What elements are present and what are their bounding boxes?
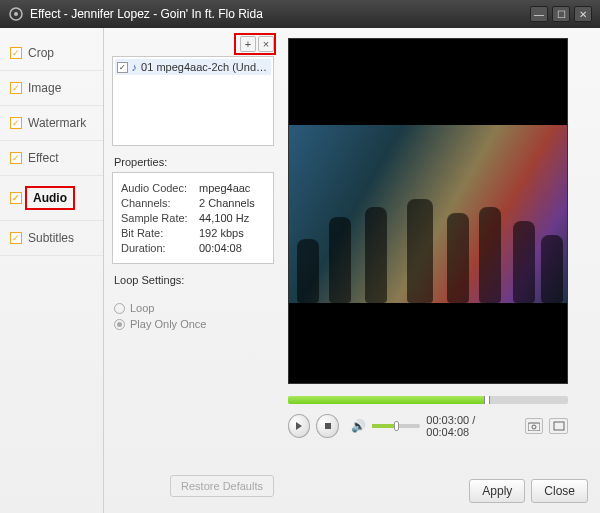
prop-key: Audio Codec:: [121, 182, 199, 194]
time-display: 00:03:00 / 00:04:08: [426, 414, 514, 438]
window-title: Effect - Jennifer Lopez - Goin' In ft. F…: [30, 7, 530, 21]
sidebar-item-label: Image: [28, 81, 61, 95]
apply-button[interactable]: Apply: [469, 479, 525, 503]
radio-icon[interactable]: [114, 319, 125, 330]
volume-thumb[interactable]: [394, 421, 399, 431]
checkbox-icon[interactable]: ✓: [10, 47, 22, 59]
close-button[interactable]: Close: [531, 479, 588, 503]
svg-rect-6: [554, 422, 564, 430]
seek-thumb[interactable]: [484, 396, 490, 404]
checkbox-icon[interactable]: ✓: [10, 192, 22, 204]
prop-key: Duration:: [121, 242, 199, 254]
stop-button[interactable]: [316, 414, 338, 438]
svg-point-1: [14, 12, 18, 16]
svg-point-5: [532, 425, 536, 429]
volume-icon[interactable]: 🔊: [351, 419, 366, 433]
maximize-button[interactable]: ☐: [552, 6, 570, 22]
prop-value: 192 kbps: [199, 227, 244, 239]
properties-heading: Properties:: [114, 156, 274, 168]
snapshot-button[interactable]: [525, 418, 544, 434]
fullscreen-button[interactable]: [549, 418, 568, 434]
middle-panel: + × ✓ ♪ 01 mpeg4aac-2ch (Undeter Propert…: [104, 28, 280, 513]
remove-track-button[interactable]: ×: [258, 36, 274, 52]
checkbox-icon[interactable]: ✓: [10, 117, 22, 129]
prop-value: 2 Channels: [199, 197, 255, 209]
restore-defaults-button[interactable]: Restore Defaults: [170, 475, 274, 497]
svg-marker-2: [296, 422, 302, 430]
loop-option-once[interactable]: Play Only Once: [114, 318, 274, 330]
sidebar-item-crop[interactable]: ✓ Crop: [0, 36, 103, 71]
prop-key: Bit Rate:: [121, 227, 199, 239]
track-row[interactable]: ✓ ♪ 01 mpeg4aac-2ch (Undeter: [115, 59, 271, 75]
app-logo-icon: [8, 6, 24, 22]
music-note-icon: ♪: [132, 61, 138, 73]
prop-value: 44,100 Hz: [199, 212, 249, 224]
sidebar-item-effect[interactable]: ✓ Effect: [0, 141, 103, 176]
track-checkbox[interactable]: ✓: [117, 62, 128, 73]
seek-progress: [288, 396, 484, 404]
properties-box: Audio Codec:mpeg4aac Channels:2 Channels…: [112, 172, 274, 264]
volume-level: [372, 424, 394, 428]
svg-rect-3: [325, 423, 331, 429]
play-button[interactable]: [288, 414, 310, 438]
svg-rect-4: [528, 423, 540, 431]
add-track-button[interactable]: +: [240, 36, 256, 52]
audio-track-list[interactable]: ✓ ♪ 01 mpeg4aac-2ch (Undeter: [112, 56, 274, 146]
sidebar-item-audio[interactable]: ✓ Audio: [0, 176, 103, 221]
loop-heading: Loop Settings:: [114, 274, 274, 286]
time-total: 00:04:08: [426, 426, 469, 438]
checkbox-icon[interactable]: ✓: [10, 232, 22, 244]
prop-value: mpeg4aac: [199, 182, 250, 194]
sidebar-item-image[interactable]: ✓ Image: [0, 71, 103, 106]
checkbox-icon[interactable]: ✓: [10, 152, 22, 164]
seek-bar[interactable]: [288, 396, 568, 404]
video-preview[interactable]: [288, 38, 568, 384]
track-name: 01 mpeg4aac-2ch (Undeter: [141, 61, 269, 73]
prop-key: Sample Rate:: [121, 212, 199, 224]
sidebar-item-label: Crop: [28, 46, 54, 60]
radio-icon[interactable]: [114, 303, 125, 314]
sidebar-item-label: Audio: [25, 186, 75, 210]
volume-slider[interactable]: [372, 424, 420, 428]
sidebar-item-label: Subtitles: [28, 231, 74, 245]
loop-option-loop[interactable]: Loop: [114, 302, 274, 314]
sidebar-item-label: Watermark: [28, 116, 86, 130]
prop-value: 00:04:08: [199, 242, 242, 254]
sidebar-item-subtitles[interactable]: ✓ Subtitles: [0, 221, 103, 256]
minimize-button[interactable]: —: [530, 6, 548, 22]
time-current: 00:03:00: [426, 414, 469, 426]
preview-panel: 🔊 00:03:00 / 00:04:08 Apply Close: [280, 28, 600, 513]
sidebar-item-watermark[interactable]: ✓ Watermark: [0, 106, 103, 141]
sidebar: ✓ Crop ✓ Image ✓ Watermark ✓ Effect ✓ Au…: [0, 28, 104, 513]
video-frame: [289, 125, 567, 303]
loop-label: Loop: [130, 302, 154, 314]
title-bar: Effect - Jennifer Lopez - Goin' In ft. F…: [0, 0, 600, 28]
checkbox-icon[interactable]: ✓: [10, 82, 22, 94]
prop-key: Channels:: [121, 197, 199, 209]
close-window-button[interactable]: ✕: [574, 6, 592, 22]
sidebar-item-label: Effect: [28, 151, 58, 165]
loop-label: Play Only Once: [130, 318, 206, 330]
